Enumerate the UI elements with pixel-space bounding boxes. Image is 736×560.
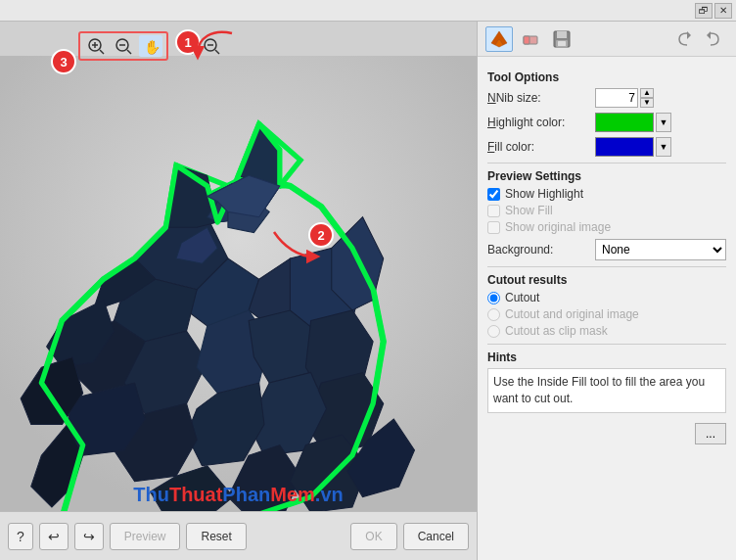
- zoom-toolbar-group: ✋: [78, 31, 168, 61]
- nib-size-up[interactable]: ▲: [640, 88, 654, 98]
- show-original-row: Show original image: [487, 220, 726, 234]
- tool-scissor-button[interactable]: [485, 26, 513, 52]
- zoom-in-button[interactable]: [84, 35, 108, 57]
- close-button[interactable]: ✕: [714, 3, 732, 19]
- svg-line-3: [100, 50, 104, 54]
- svg-rect-58: [558, 41, 566, 46]
- reset-button[interactable]: Reset: [186, 523, 246, 550]
- highlight-color-swatch[interactable]: [595, 113, 654, 132]
- cancel-button[interactable]: Cancel: [403, 523, 469, 550]
- zoom-out2-button[interactable]: [200, 35, 223, 57]
- pan-button[interactable]: ✋: [139, 35, 162, 57]
- cutout-results-title: Cutout results: [487, 273, 726, 287]
- titlebar: 🗗 ✕: [0, 0, 736, 22]
- show-original-checkbox[interactable]: [487, 221, 500, 234]
- tool-eraser-button[interactable]: [517, 26, 544, 52]
- fill-color-label: Fill color:: [487, 140, 595, 154]
- background-control: None: [595, 239, 726, 260]
- highlight-color-label: Highlight color:: [487, 116, 595, 129]
- badge-2: 2: [308, 222, 334, 248]
- highlight-color-control: ▼: [595, 113, 726, 132]
- cutout-original-radio-row: Cutout and original image: [487, 307, 726, 321]
- cutout-clip-radio[interactable]: [487, 325, 500, 338]
- badge-3: 3: [51, 49, 76, 74]
- fill-color-control: ▼: [595, 137, 726, 157]
- watermark: ThuThuatPhanMem.vn: [133, 484, 343, 506]
- tool-icons-row: [478, 22, 736, 57]
- show-original-label: Show original image: [505, 220, 611, 234]
- svg-text:✋: ✋: [144, 39, 160, 55]
- svg-marker-59: [687, 31, 691, 39]
- show-fill-label: Show Fill: [505, 204, 553, 217]
- show-fill-checkbox[interactable]: [487, 205, 500, 217]
- preview-settings-title: Preview Settings: [487, 169, 726, 183]
- nib-size-down[interactable]: ▼: [640, 98, 654, 108]
- svg-line-6: [127, 50, 131, 54]
- nib-size-spinner: ▲ ▼: [640, 88, 654, 108]
- zoom-out-button[interactable]: [112, 35, 135, 57]
- undo-button[interactable]: ↩: [39, 523, 69, 550]
- nib-size-row: NNib size: ▲ ▼: [487, 88, 726, 108]
- tool-curve-right-button[interactable]: [701, 26, 728, 52]
- background-select[interactable]: None: [595, 239, 726, 260]
- hints-title: Hints: [487, 350, 726, 364]
- fill-color-swatch[interactable]: [595, 137, 654, 157]
- show-highlight-checkbox[interactable]: [487, 188, 500, 201]
- panel-content: Tool Options NNib size: ▲ ▼ Highlight co…: [478, 57, 736, 560]
- badge-1: 1: [175, 29, 201, 55]
- cutout-radio-row: Cutout: [487, 291, 726, 304]
- nib-size-label: NNib size:: [487, 91, 595, 105]
- fill-color-dropdown[interactable]: ▼: [656, 137, 671, 157]
- ok-button[interactable]: OK: [350, 523, 396, 550]
- svg-rect-54: [524, 36, 529, 44]
- hints-more-button[interactable]: ...: [695, 423, 726, 444]
- cutout-clip-radio-row: Cutout as clip mask: [487, 324, 726, 338]
- background-row: Background: None: [487, 239, 726, 260]
- show-highlight-label: Show Highlight: [505, 187, 583, 201]
- tool-options-title: Tool Options: [487, 70, 726, 84]
- tool-curve-left-button[interactable]: [669, 26, 697, 52]
- redo-button[interactable]: ↪: [74, 523, 104, 550]
- background-label: Background:: [487, 243, 595, 257]
- right-panel: Tool Options NNib size: ▲ ▼ Highlight co…: [477, 22, 736, 560]
- cutout-radio[interactable]: [487, 292, 500, 304]
- preview-button[interactable]: Preview: [110, 523, 181, 550]
- highlight-color-dropdown[interactable]: ▼: [656, 113, 671, 132]
- cutout-original-radio[interactable]: [487, 308, 500, 321]
- nib-size-control: ▲ ▼: [595, 88, 726, 108]
- canvas-area[interactable]: ✋: [0, 22, 477, 560]
- svg-rect-56: [557, 31, 567, 38]
- svg-marker-60: [707, 31, 711, 39]
- show-highlight-row: Show Highlight: [487, 187, 726, 201]
- cat-image: [0, 56, 477, 513]
- show-fill-row: Show Fill: [487, 204, 726, 217]
- cutout-radio-label: Cutout: [505, 291, 539, 304]
- main-container: ✋: [0, 22, 736, 560]
- tool-save-button[interactable]: [548, 26, 575, 52]
- restore-button[interactable]: 🗗: [695, 3, 713, 19]
- cutout-original-radio-label: Cutout and original image: [505, 307, 639, 321]
- fill-color-row: Fill color: ▼: [487, 137, 726, 157]
- svg-line-13: [215, 50, 219, 54]
- zoom-toolbar: ✋: [78, 31, 223, 61]
- cutout-clip-radio-label: Cutout as clip mask: [505, 324, 608, 338]
- highlight-color-row: Highlight color: ▼: [487, 113, 726, 132]
- hints-text: Use the Inside Fill tool to fill the are…: [487, 368, 726, 413]
- help-button[interactable]: ?: [8, 523, 33, 550]
- nib-size-input[interactable]: [595, 88, 638, 108]
- bottom-bar: ? ↩ ↪ Preview Reset OK Cancel: [0, 511, 477, 560]
